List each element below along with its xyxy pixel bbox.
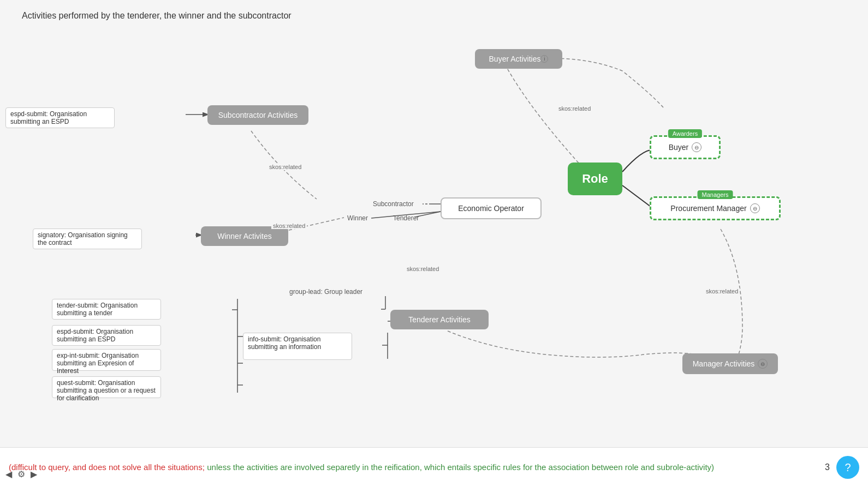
procurement-manager-node: Managers Procurement Manager ⊖ bbox=[650, 196, 781, 220]
economic-operator-node: Economic Operator bbox=[441, 197, 542, 219]
buyer-node: Awarders Buyer ⊖ bbox=[650, 135, 721, 159]
main-content: Activities performed by the tenderer, th… bbox=[0, 0, 868, 447]
bottom-icons: ◀ ⚙ ▶ bbox=[5, 469, 37, 479]
awarders-badge: Awarders bbox=[668, 129, 702, 138]
skos-related-label-1: skos:related bbox=[267, 164, 303, 170]
espd-submit-subcontractor-label: espd-submit: Organisation submitting an … bbox=[5, 107, 115, 128]
bottom-text-container: (difficult to query, and does not solve … bbox=[9, 461, 836, 474]
manager-activities-node: Manager Activities ⊖ bbox=[682, 353, 778, 374]
tender-submit-label: tender-submit: Organisation submitting a… bbox=[52, 299, 161, 320]
subcontractor-activities-node: Subcontractor Activities bbox=[207, 105, 308, 125]
skos-related-label-4: skos:related bbox=[704, 288, 740, 294]
tenderer-label: Tenderer bbox=[393, 214, 419, 222]
espd-submit-tenderer-label: espd-submit: Organisation submitting an … bbox=[52, 325, 161, 346]
procurement-manager-icon: ⊖ bbox=[750, 203, 760, 213]
exp-int-submit-label: exp-int-submit: Organisation submitting … bbox=[52, 349, 161, 371]
bottom-bar: (difficult to query, and does not solve … bbox=[0, 447, 868, 487]
subcontractor-label: Subcontractor bbox=[373, 200, 414, 208]
buyer-activities-icon: i bbox=[540, 55, 548, 63]
page-title: Activities performed by the tenderer, th… bbox=[22, 11, 292, 21]
forward-icon[interactable]: ▶ bbox=[31, 469, 37, 479]
buyer-icon: ⊖ bbox=[692, 142, 701, 152]
winner-label: Winner bbox=[347, 214, 368, 222]
skos-related-label-3: skos:related bbox=[405, 266, 441, 272]
skos-related-label-2: skos:related bbox=[271, 223, 307, 229]
signatory-label: signatory: Organisation signing the cont… bbox=[33, 229, 142, 249]
group-lead-label: group-lead: Group leader bbox=[289, 288, 362, 296]
role-node: Role bbox=[568, 163, 622, 195]
page-number: 3 bbox=[825, 462, 830, 472]
settings-icon[interactable]: ⚙ bbox=[17, 469, 25, 479]
quest-submit-label: quest-submit: Organisation submitting a … bbox=[52, 376, 161, 398]
nav-circle[interactable]: ? bbox=[836, 456, 859, 479]
skos-related-label-top: skos:related bbox=[557, 105, 592, 112]
info-submit-label: info-submit: Organisation submitting an … bbox=[243, 333, 352, 360]
buyer-activities-node: Buyer Activities i bbox=[475, 49, 562, 69]
tenderer-activities-node: Tenderer Activities bbox=[390, 310, 489, 329]
bottom-text-red: (difficult to query, and does not solve … bbox=[9, 462, 205, 472]
winner-activities-node: Winner Activites bbox=[201, 226, 288, 246]
bottom-text-green: unless the activities are involved separ… bbox=[207, 462, 714, 472]
manager-activities-icon: ⊖ bbox=[758, 359, 768, 369]
back-icon[interactable]: ◀ bbox=[5, 469, 12, 479]
managers-badge: Managers bbox=[698, 190, 733, 199]
